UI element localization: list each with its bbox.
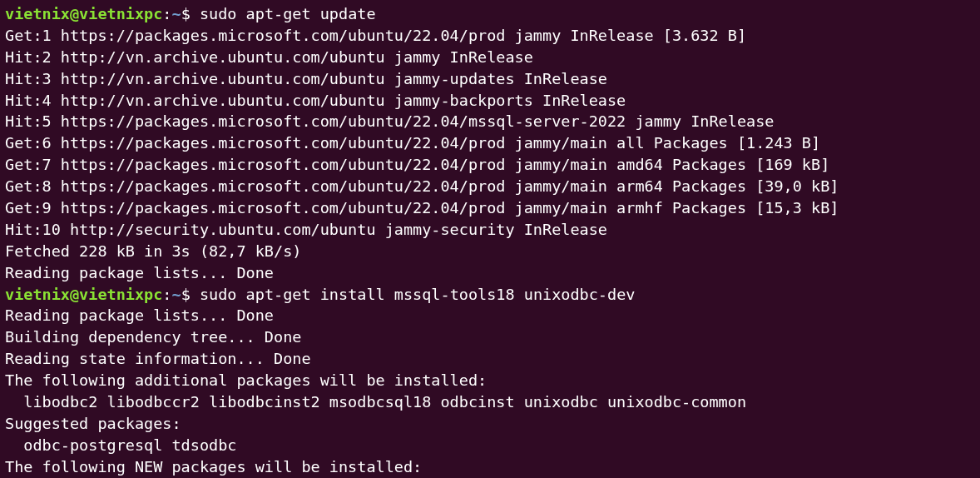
output-line: Get:8 https://packages.microsoft.com/ubu… bbox=[5, 176, 975, 197]
output-line: Get:9 https://packages.microsoft.com/ubu… bbox=[5, 197, 975, 219]
prompt-dollar: $ bbox=[181, 5, 200, 22]
prompt-user: vietnix bbox=[5, 286, 70, 303]
prompt-line-1[interactable]: vietnix@vietnixpc:~$ sudo apt-get update bbox=[5, 3, 975, 25]
prompt-user: vietnix bbox=[5, 5, 70, 22]
output-line: Get:7 https://packages.microsoft.com/ubu… bbox=[5, 154, 975, 176]
prompt-host: vietnixpc bbox=[79, 5, 162, 22]
output-line: Suggested packages: bbox=[5, 413, 975, 435]
output-line: Hit:3 http://vn.archive.ubuntu.com/ubunt… bbox=[5, 68, 975, 90]
prompt-tilde: ~ bbox=[172, 5, 181, 22]
output-line: The following NEW packages will be insta… bbox=[5, 456, 975, 478]
output-line: odbc-postgresql tdsodbc bbox=[5, 435, 975, 456]
output-line: libodbc2 libodbccr2 libodbcinst2 msodbcs… bbox=[5, 391, 975, 413]
output-line: Get:6 https://packages.microsoft.com/ubu… bbox=[5, 132, 975, 154]
output-line: Reading package lists... Done bbox=[5, 262, 975, 284]
prompt-tilde: ~ bbox=[172, 286, 181, 303]
output-line: Hit:10 http://security.ubuntu.com/ubuntu… bbox=[5, 219, 975, 241]
output-line: Fetched 228 kB in 3s (82,7 kB/s) bbox=[5, 241, 975, 262]
command-text: sudo apt-get update bbox=[200, 5, 376, 22]
output-line: Get:1 https://packages.microsoft.com/ubu… bbox=[5, 25, 975, 47]
output-line: Hit:4 http://vn.archive.ubuntu.com/ubunt… bbox=[5, 90, 975, 112]
prompt-line-2[interactable]: vietnix@vietnixpc:~$ sudo apt-get instal… bbox=[5, 284, 975, 306]
command-text: sudo apt-get install mssql-tools18 unixo… bbox=[200, 286, 635, 303]
output-line: The following additional packages will b… bbox=[5, 370, 975, 391]
prompt-colon: : bbox=[162, 286, 171, 303]
output-line: Hit:2 http://vn.archive.ubuntu.com/ubunt… bbox=[5, 47, 975, 68]
prompt-host: vietnixpc bbox=[79, 286, 162, 303]
output-line: Building dependency tree... Done bbox=[5, 326, 975, 348]
prompt-at: @ bbox=[70, 286, 79, 303]
output-line: Reading package lists... Done bbox=[5, 305, 975, 326]
output-line: Reading state information... Done bbox=[5, 348, 975, 370]
prompt-colon: : bbox=[162, 5, 171, 22]
prompt-at: @ bbox=[70, 5, 79, 22]
output-line: Hit:5 https://packages.microsoft.com/ubu… bbox=[5, 111, 975, 132]
prompt-dollar: $ bbox=[181, 286, 200, 303]
